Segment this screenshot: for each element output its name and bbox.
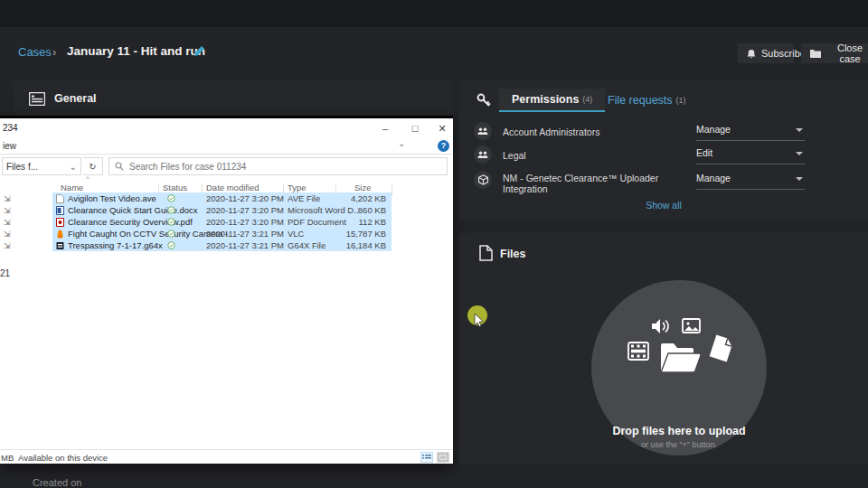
tab-file-requests-label: File requests (608, 94, 673, 107)
show-all-link[interactable]: Show all (459, 200, 868, 211)
file-size: 4,202 KB (351, 193, 386, 203)
drop-zone-subtitle: or use the "+" button. (591, 440, 767, 449)
permission-group-name: Legal (503, 150, 688, 161)
explorer-title-remnant: 234 (3, 123, 18, 133)
explorer-menu-bar: iew ⌄ ? (0, 138, 453, 155)
sync-status-icon (167, 218, 175, 226)
image-icon (682, 318, 701, 333)
permission-level-select[interactable]: Manage (696, 173, 805, 190)
tab-permissions[interactable]: Permissions (4) (499, 89, 605, 112)
subscribe-button[interactable]: Subscribe (738, 43, 794, 63)
file-row[interactable]: Clearance Security Overview.pdf 2020-11-… (52, 216, 392, 228)
permission-level-value: Manage (696, 173, 731, 183)
refresh-button[interactable]: ↻ (83, 157, 103, 175)
permission-group-name: NM - Genetec Clearance™ Uploader Integra… (503, 173, 688, 194)
file-row[interactable]: Clearance Quick Start Guide.docx 2020-11… (52, 204, 392, 216)
column-type[interactable]: Type (288, 183, 307, 192)
search-box[interactable] (108, 157, 448, 175)
tab-file-requests-count: (1) (676, 96, 686, 105)
sync-status-icon (167, 230, 175, 238)
details-view-toggle[interactable] (420, 452, 433, 463)
file-date: 2020-11-27 3:20 PM (206, 205, 284, 215)
file-name: Clearance Quick Start Guide.docx (68, 205, 198, 215)
column-size[interactable]: Size (354, 183, 371, 192)
file-name: Trespassing 7-1-17.g64x (68, 240, 163, 250)
pin-icon: ⇲ (4, 206, 11, 215)
mouse-cursor (474, 313, 485, 328)
general-icon (29, 92, 45, 106)
sort-ascending-icon: ^ (86, 174, 90, 183)
maximize-button[interactable]: □ (405, 121, 425, 136)
file-date: 2020-11-27 3:21 PM (206, 229, 284, 239)
status-size-remnant: MB (1, 453, 14, 463)
minimize-button[interactable]: – (375, 121, 395, 136)
status-availability: Available on this device (18, 453, 108, 463)
folder-icon (810, 49, 821, 58)
address-dropdown-icon[interactable]: ⌄ (70, 162, 77, 172)
view-menu-remnant[interactable]: iew (3, 141, 16, 151)
column-status[interactable]: Status (163, 183, 187, 192)
close-case-button[interactable]: Close case (801, 43, 868, 63)
open-folder-icon (659, 340, 703, 374)
page-title: January 11 - Hit and run (67, 44, 205, 58)
vlc-icon (56, 230, 64, 239)
file-type: G64X File (288, 240, 326, 250)
left-rail-remnant: 21 (0, 268, 10, 278)
explorer-toolbar: Files f... ⌄ ↻ (0, 155, 453, 178)
thumbnail-view-toggle[interactable] (437, 452, 449, 463)
chevron-down-icon (796, 177, 803, 181)
search-input[interactable] (129, 162, 441, 172)
files-section-title: Files (500, 248, 526, 260)
help-icon[interactable]: ? (438, 140, 449, 152)
address-remnant: Files f... (6, 162, 38, 172)
file-size: 16,184 KB (346, 240, 386, 250)
file-size: 15,787 KB (346, 229, 386, 239)
address-bar[interactable]: Files f... ⌄ (2, 157, 81, 175)
file-type: VLC (288, 229, 304, 239)
app-window: Cases › January 11 - Hit and run Subscri… (0, 0, 868, 488)
permission-level-select[interactable]: Manage (696, 124, 805, 141)
file-row[interactable]: Fight Caught On CCTV Security Camera I..… (52, 228, 392, 239)
group-icon (474, 145, 492, 164)
tab-file-requests[interactable]: File requests (1) (595, 89, 699, 112)
file-date: 2020-11-27 3:20 PM (206, 217, 284, 227)
permission-level-select[interactable]: Edit (696, 147, 805, 164)
close-button[interactable]: ✕ (432, 121, 452, 136)
integration-cube-icon (474, 171, 492, 189)
generic-file-icon (56, 194, 64, 203)
permission-level-value: Manage (696, 124, 731, 135)
file-type: PDF Document (288, 217, 346, 227)
file-date: 2020-11-27 3:21 PM (206, 240, 284, 250)
breadcrumb-cases-link[interactable]: Cases (18, 45, 52, 59)
file-date: 2020-11-27 3:20 PM (206, 193, 284, 203)
close-case-label: Close case (826, 42, 868, 64)
ribbon-collapse-icon[interactable]: ⌄ (398, 138, 405, 148)
permission-level-value: Edit (696, 147, 712, 158)
bell-icon (747, 49, 756, 59)
word-doc-icon (56, 206, 64, 215)
drop-files-zone[interactable]: Drop files here to upload or use the "+"… (591, 280, 767, 455)
file-type: Microsoft Word D... (288, 205, 361, 215)
column-name[interactable]: Name (61, 183, 83, 192)
drop-zone-title: Drop files here to upload (591, 425, 767, 437)
file-type: AVE File (288, 193, 320, 203)
edit-title-icon[interactable] (193, 45, 205, 57)
sync-status-icon (167, 194, 175, 202)
pin-icon: ⇲ (4, 241, 11, 250)
top-bar (0, 0, 868, 27)
created-on-label: Created on (33, 477, 81, 488)
pdf-icon (56, 218, 64, 227)
explorer-status-bar: MB Available on this device (0, 449, 453, 464)
file-name: Avigilon Test Video.ave (68, 193, 156, 203)
sync-status-icon (167, 241, 175, 249)
search-icon (115, 162, 124, 171)
file-icon (479, 245, 493, 261)
breadcrumb-separator: › (52, 45, 56, 59)
explorer-title-bar[interactable]: 234 – □ ✕ (0, 118, 453, 138)
file-row[interactable]: Trespassing 7-1-17.g64x 2020-11-27 3:21 … (52, 239, 392, 251)
general-label: General (54, 92, 97, 105)
film-icon (627, 342, 649, 361)
file-row[interactable]: Avigilon Test Video.ave 2020-11-27 3:20 … (52, 192, 392, 204)
permission-group-name: Account Administrators (503, 127, 688, 137)
column-date-modified[interactable]: Date modified (206, 183, 259, 192)
